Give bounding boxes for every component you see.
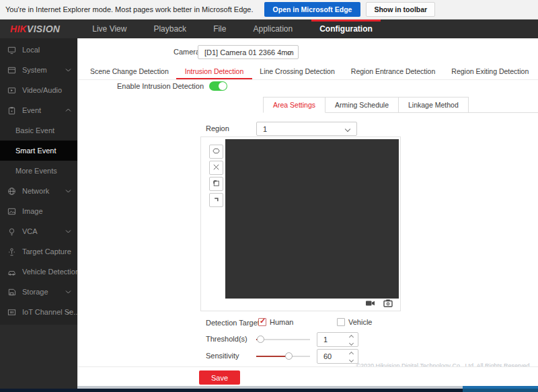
threshold-label: Threshold(s): [206, 335, 247, 343]
subtab-linkage-method[interactable]: Linkage Method: [399, 97, 469, 113]
vca-icon: [7, 227, 16, 236]
sidebar-item-more-events[interactable]: More Events: [0, 161, 77, 181]
draw-polygon-tool-button[interactable]: [209, 145, 223, 159]
sensitivity-spinner: [350, 352, 353, 362]
full-region-tool-button[interactable]: [209, 177, 223, 191]
hikvision-logo: HIKVISION: [10, 24, 60, 34]
local-icon: [7, 46, 16, 54]
tab-region-entrance-detection[interactable]: Region Entrance Detection: [351, 65, 436, 79]
human-checkbox-label: Human: [270, 318, 293, 326]
chevron-down-icon: [65, 290, 71, 294]
save-button[interactable]: Save: [199, 370, 240, 385]
panel-divider: [78, 366, 538, 367]
sensitivity-spinbox[interactable]: 60: [317, 349, 358, 364]
video-audio-icon: [7, 86, 16, 95]
subtab-arming-schedule[interactable]: Arming Schedule: [325, 97, 399, 113]
threshold-slider-handle[interactable]: [257, 336, 264, 343]
sensitivity-value: 60: [323, 352, 332, 360]
target-capture-icon: [7, 247, 16, 256]
sidebar-item-iot-channel[interactable]: IoT Channel Se...: [0, 302, 77, 322]
camera-select[interactable]: [D1] Camera 01 2366 4mm: [198, 45, 299, 59]
sidebar-item-target-capture[interactable]: Target Capture: [0, 241, 77, 262]
sidebar-item-image[interactable]: Image: [0, 201, 77, 221]
sidebar-item-basic-event[interactable]: Basic Event: [0, 120, 77, 141]
main-nav: Live View Playback File Application Conf…: [79, 19, 386, 38]
full-region-icon: [212, 178, 221, 190]
sidebar: Local System Video/Audio Event Basic Eve…: [0, 38, 77, 386]
chevron-up-icon: [65, 108, 71, 112]
spin-down-icon[interactable]: [349, 341, 354, 346]
image-icon: [7, 207, 16, 216]
sidebar-item-video-audio[interactable]: Video/Audio: [0, 80, 77, 100]
config-content: Camera [D1] Camera 01 2366 4mm Scene Cha…: [77, 38, 538, 386]
tab-scene-change-detection[interactable]: Scene Change Detection: [90, 65, 169, 79]
region-label: Region: [206, 124, 229, 132]
chevron-down-icon: [65, 310, 71, 314]
camera-label: Camera: [174, 48, 200, 56]
taskbar-edge: [0, 389, 538, 392]
enable-intrusion-toggle[interactable]: [209, 81, 227, 91]
subtab-area-settings[interactable]: Area Settings: [263, 97, 325, 113]
tab-line-crossing-detection[interactable]: Line Crossing Detection: [260, 65, 334, 79]
sensitivity-slider[interactable]: [256, 352, 310, 360]
enable-intrusion-label: Enable Intrusion Detection: [117, 82, 204, 90]
sensitivity-slider-handle[interactable]: [285, 352, 293, 360]
threshold-slider[interactable]: [256, 336, 310, 343]
detection-target-human: Human: [258, 318, 293, 326]
spin-up-icon[interactable]: [349, 335, 354, 340]
window-bottom-bar: [0, 386, 538, 392]
chevron-down-icon: [65, 68, 71, 72]
clear-x-icon: [212, 162, 221, 174]
show-in-toolbar-button[interactable]: Show in toolbar: [366, 2, 435, 17]
logo-hik: HIK: [10, 24, 27, 34]
sidebar-item-vca[interactable]: VCA: [0, 221, 77, 241]
nav-live-view[interactable]: Live View: [79, 19, 140, 38]
nav-file[interactable]: File: [200, 19, 239, 38]
tab-intrusion-detection[interactable]: Intrusion Detection: [185, 65, 244, 79]
sidebar-item-event[interactable]: Event: [0, 100, 77, 120]
ie-mode-banner: You're in Internet Explorer mode. Most p…: [0, 0, 538, 19]
subtab-filler: [469, 97, 538, 113]
detection-tabs: Scene Change Detection Intrusion Detecti…: [78, 65, 538, 80]
region-select-value: 1: [263, 125, 267, 133]
toggle-knob: [219, 82, 227, 90]
ie-mode-message: You're in Internet Explorer mode. Most p…: [5, 5, 254, 13]
video-record-icon[interactable]: [365, 299, 375, 307]
nav-configuration[interactable]: Configuration: [306, 19, 386, 38]
sidebar-item-storage[interactable]: Storage: [0, 282, 77, 302]
video-drawing-canvas[interactable]: [225, 139, 399, 299]
spin-up-icon[interactable]: [349, 352, 354, 356]
threshold-spinbox[interactable]: 1: [317, 332, 358, 347]
spin-down-icon[interactable]: [349, 358, 354, 362]
tab-region-exiting-detection[interactable]: Region Exiting Detection: [451, 65, 529, 79]
open-in-edge-button[interactable]: Open in Microsoft Edge: [264, 2, 361, 17]
region-drawing-panel: [200, 136, 401, 311]
nav-playback[interactable]: Playback: [140, 19, 200, 38]
threshold-spinner: [350, 336, 353, 345]
clear-region-tool-button[interactable]: [209, 161, 223, 175]
app-header: HIKVISION Live View Playback File Applic…: [0, 19, 538, 38]
corner-icon: [212, 194, 221, 206]
detection-target-label: Detection Target: [206, 319, 260, 327]
region-select[interactable]: 1: [256, 122, 357, 136]
sidebar-item-network[interactable]: Network: [0, 181, 77, 201]
sidebar-list: Local System Video/Audio Event Basic Eve…: [0, 38, 77, 325]
sidebar-item-smart-event[interactable]: Smart Event: [0, 141, 77, 161]
sensitivity-label: Sensitivity: [206, 352, 239, 360]
camera-select-value: [D1] Camera 01 2366 4mm: [204, 48, 294, 56]
stop-drawing-tool-button[interactable]: [209, 193, 223, 207]
human-checkbox[interactable]: [258, 318, 266, 326]
iot-channel-icon: [7, 308, 16, 317]
vehicle-checkbox[interactable]: [337, 318, 345, 326]
chevron-down-icon: [345, 126, 350, 132]
threshold-value: 1: [323, 336, 328, 344]
sidebar-item-system[interactable]: System: [0, 60, 77, 80]
snapshot-camera-icon[interactable]: [383, 299, 393, 307]
sidebar-item-vehicle-detection[interactable]: Vehicle Detection: [0, 262, 77, 282]
area-subtabs: Area Settings Arming Schedule Linkage Me…: [263, 97, 538, 113]
nav-application[interactable]: Application: [239, 19, 306, 38]
storage-icon: [7, 288, 16, 297]
network-icon: [7, 187, 16, 196]
sidebar-item-local[interactable]: Local: [0, 40, 77, 60]
chevron-down-icon: [65, 229, 71, 233]
